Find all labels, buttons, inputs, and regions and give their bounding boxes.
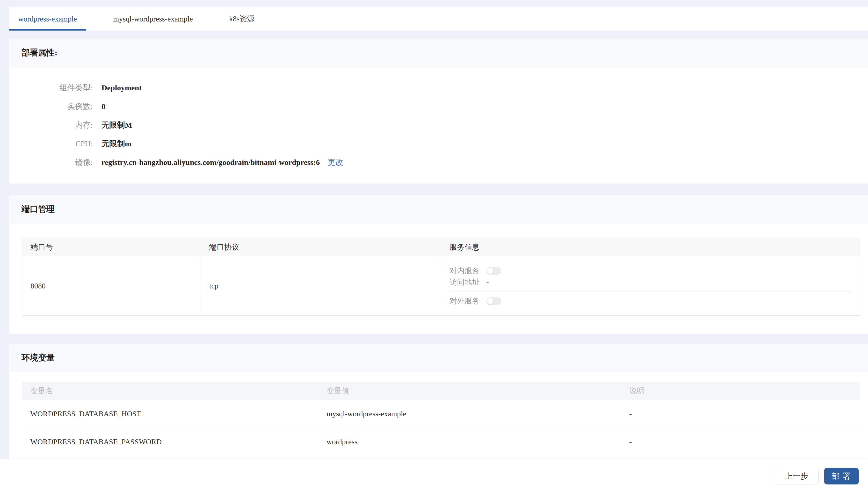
field-cpu: CPU: 无限制m [9, 134, 868, 153]
env-var-value: mysql-wordpress-example [318, 410, 621, 418]
service-divider [450, 292, 852, 292]
col-header-port: 端口号 [22, 242, 201, 253]
env-var-note: - [621, 437, 860, 446]
field-label: CPU: [9, 139, 93, 148]
field-value: 0 [102, 102, 105, 111]
tab-k8s-resources[interactable]: k8s资源 [220, 7, 264, 30]
deploy-button[interactable]: 部 署 [824, 468, 859, 485]
deploy-attrs-title: 部署属性: [9, 39, 868, 67]
env-var-value: wordpress [318, 437, 621, 446]
field-value: Deployment [102, 83, 142, 92]
field-value: registry.cn-hangzhou.aliyuncs.com/goodra… [102, 158, 320, 167]
col-header-service-info: 服务信息 [441, 242, 860, 253]
service-info-cell: 对内服务 访问地址 - 对外服务 [441, 256, 860, 315]
env-var-note: - [621, 410, 860, 418]
access-address-label: 访问地址 [450, 277, 486, 287]
tab-mysql-wordpress-example[interactable]: mysql-wordpress-example [104, 7, 202, 30]
col-header-var-value: 变量值 [318, 386, 621, 396]
port-protocol-cell: tcp [201, 256, 441, 315]
env-vars-title: 环境变量 [9, 344, 868, 372]
field-label: 实例数: [9, 101, 93, 112]
field-component-type: 组件类型: Deployment [9, 79, 868, 97]
deploy-attrs-body: 组件类型: Deployment 实例数: 0 内存: 无限制M CPU: 无限… [9, 67, 868, 184]
port-management-title: 端口管理 [9, 195, 868, 223]
internal-service-label: 对内服务 [450, 266, 486, 276]
field-value: 无限制M [102, 120, 132, 130]
field-label: 内存: [9, 120, 93, 130]
change-image-link[interactable]: 更改 [328, 157, 343, 168]
external-service-row: 对外服务 [450, 296, 852, 307]
port-number-cell: 8080 [22, 256, 201, 315]
deploy-attrs-card: 部署属性: 组件类型: Deployment 实例数: 0 内存: 无限制M C… [9, 38, 868, 184]
env-var-row: WORDPRESS_DATABASE_HOST mysql-wordpress-… [22, 400, 860, 428]
field-instance-count: 实例数: 0 [9, 97, 868, 116]
external-service-label: 对外服务 [450, 296, 486, 306]
access-address-row: 访问地址 - [450, 277, 852, 288]
ports-table-header: 端口号 端口协议 服务信息 [22, 238, 860, 256]
env-vars-body: 变量名 变量值 说明 WORDPRESS_DATABASE_HOST mysql… [9, 372, 868, 456]
env-vars-table: 变量名 变量值 说明 WORDPRESS_DATABASE_HOST mysql… [22, 382, 860, 456]
env-var-name: WORDPRESS_DATABASE_PASSWORD [22, 437, 318, 446]
col-header-protocol: 端口协议 [201, 242, 441, 253]
tab-wordpress-example[interactable]: wordpress-example [9, 7, 86, 30]
access-address-value: - [486, 278, 489, 286]
port-management-body: 端口号 端口协议 服务信息 8080 tcp 对内服务 访问地址 - [9, 223, 868, 334]
port-management-card: 端口管理 端口号 端口协议 服务信息 8080 tcp 对内服务 访问地址 - [9, 195, 868, 334]
internal-service-toggle[interactable] [486, 267, 501, 275]
env-var-name: WORDPRESS_DATABASE_HOST [22, 410, 318, 418]
field-value: 无限制m [102, 138, 131, 149]
field-label: 镜像: [9, 157, 93, 168]
previous-step-button[interactable]: 上一步 [775, 468, 819, 485]
field-label: 组件类型: [9, 83, 93, 93]
col-header-var-name: 变量名 [22, 386, 318, 396]
env-vars-card: 环境变量 变量名 变量值 说明 WORDPRESS_DATABASE_HOST … [9, 343, 868, 459]
port-table-row: 8080 tcp 对内服务 访问地址 - 对外服务 [22, 256, 860, 315]
env-var-row: WORDPRESS_DATABASE_PASSWORD wordpress - [22, 428, 860, 456]
component-tabs: wordpress-example mysql-wordpress-exampl… [9, 7, 868, 30]
env-table-header: 变量名 变量值 说明 [22, 382, 860, 400]
col-header-note: 说明 [621, 386, 860, 396]
internal-service-row: 对内服务 [450, 265, 852, 277]
field-image: 镜像: registry.cn-hangzhou.aliyuncs.com/go… [9, 153, 868, 172]
field-memory: 内存: 无限制M [9, 116, 868, 134]
ports-table: 端口号 端口协议 服务信息 8080 tcp 对内服务 访问地址 - [22, 238, 860, 316]
action-footer: 上一步 部 署 [0, 459, 868, 493]
external-service-toggle[interactable] [486, 297, 501, 305]
